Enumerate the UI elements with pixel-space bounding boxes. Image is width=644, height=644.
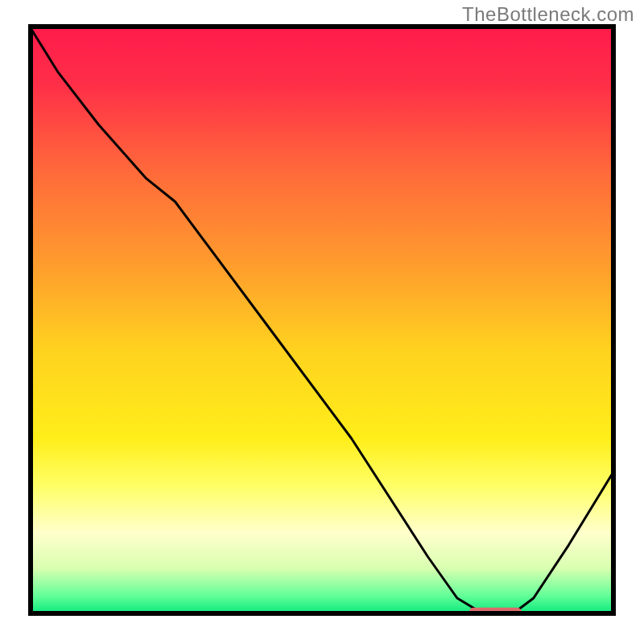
- watermark-text: TheBottleneck.com: [462, 3, 634, 26]
- chart-svg: [28, 24, 616, 616]
- chart-frame: [28, 24, 616, 616]
- background-gradient: [28, 24, 616, 616]
